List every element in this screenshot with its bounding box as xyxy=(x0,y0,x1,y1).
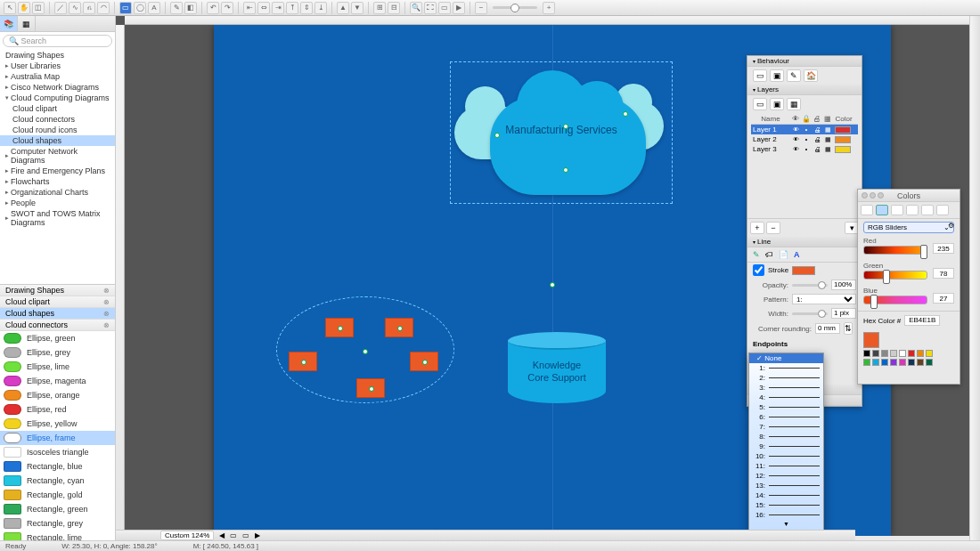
dropdown-item[interactable]: 12: xyxy=(749,471,823,481)
selection-handle[interactable] xyxy=(563,167,568,173)
shape-palette-item[interactable]: Isosceles triangle xyxy=(0,445,115,459)
shape-palette-item[interactable]: Rectangle, green xyxy=(0,502,115,516)
color-crayons-tab-icon[interactable] xyxy=(921,205,934,215)
remove-layer-button[interactable]: − xyxy=(766,222,780,234)
selection-handle[interactable] xyxy=(623,111,628,117)
layer-row[interactable]: Layer 1👁•🖨▦ xyxy=(751,125,858,134)
cloud-shape-group[interactable]: Manufacturing Services xyxy=(454,66,668,199)
close-icon[interactable]: ⊗ xyxy=(103,321,110,329)
align-bottom-icon[interactable]: ⤓ xyxy=(314,2,327,14)
ungroup-icon[interactable]: ⊟ xyxy=(388,2,400,14)
library-item[interactable]: ▸Fire and Emergency Plans xyxy=(0,166,115,176)
redo-icon[interactable]: ↷ xyxy=(221,2,233,14)
color-swatch[interactable] xyxy=(881,350,888,357)
close-icon[interactable]: ⊗ xyxy=(103,298,110,306)
behaviour-section-header[interactable]: ▾Behaviour xyxy=(747,56,862,67)
window-min-icon[interactable] xyxy=(870,192,876,199)
shape-palette-item[interactable]: Rectangle, gold xyxy=(0,488,115,502)
color-palette-tab-icon[interactable] xyxy=(891,205,903,215)
shape-palette-item[interactable]: Ellipse, lime xyxy=(0,360,115,374)
layers-section-header[interactable]: ▾Layers xyxy=(747,85,862,95)
zoom-out-icon[interactable]: − xyxy=(475,2,487,14)
tool-hand-icon[interactable]: ✋ xyxy=(18,2,30,14)
library-item[interactable]: Cloud clipart xyxy=(0,103,115,114)
zoom-display[interactable]: Custom 124% xyxy=(160,531,214,540)
process-box[interactable] xyxy=(289,352,317,371)
color-swatch[interactable] xyxy=(908,359,915,366)
dropdown-item[interactable]: 16: xyxy=(749,510,823,520)
shape-palette-item[interactable]: Ellipse, grey xyxy=(0,345,115,360)
behaviour-mode-icon[interactable]: ✎ xyxy=(787,69,801,82)
search-input[interactable]: 🔍 Search xyxy=(3,35,112,47)
library-item[interactable]: ▸User Libraries xyxy=(0,61,115,71)
library-item[interactable]: Cloud round icons xyxy=(0,125,115,135)
tool-curve-icon[interactable]: ∿ xyxy=(69,2,81,14)
tool-line-icon[interactable]: ／ xyxy=(54,2,67,14)
color-swatch[interactable] xyxy=(917,359,924,366)
dropdown-item[interactable]: 11: xyxy=(749,461,823,471)
color-swatch[interactable] xyxy=(899,359,906,366)
color-spectrum-tab-icon[interactable] xyxy=(906,205,919,215)
tool-eraser-icon[interactable]: ◧ xyxy=(184,2,197,14)
opacity-slider[interactable] xyxy=(792,284,828,287)
process-box[interactable] xyxy=(325,318,354,337)
pattern-select[interactable]: 1: xyxy=(792,294,856,304)
zoom-page-icon[interactable]: ▭ xyxy=(438,2,451,14)
opacity-value[interactable]: 100% xyxy=(831,280,856,290)
width-value[interactable]: 1 pix xyxy=(831,308,856,319)
tool-ellipse-icon[interactable]: ◯ xyxy=(134,2,146,14)
line-text-icon[interactable]: A xyxy=(794,250,800,259)
color-swatch[interactable] xyxy=(872,359,879,366)
database-cylinder[interactable]: Knowledge Core Support xyxy=(508,332,606,408)
layer-row[interactable]: Layer 3👁•🖨▦ xyxy=(751,144,858,154)
library-item[interactable]: Drawing Shapes xyxy=(0,50,115,61)
layer-view-icon[interactable]: ▦ xyxy=(787,98,801,110)
align-right-icon[interactable]: ⇥ xyxy=(272,2,284,14)
dropdown-item[interactable]: 13: xyxy=(749,481,823,490)
color-swatch[interactable] xyxy=(872,350,879,357)
color-swatch[interactable] xyxy=(881,359,888,366)
close-icon[interactable]: ⊗ xyxy=(103,287,110,295)
tool-pencil-icon[interactable]: ✎ xyxy=(170,2,183,14)
line-section-header[interactable]: ▾Line xyxy=(747,237,862,247)
color-swatch[interactable] xyxy=(917,350,924,357)
corner-stepper[interactable]: ⇅ xyxy=(844,322,853,335)
library-item[interactable]: Cloud shapes xyxy=(0,135,115,146)
endpoint-start-dropdown[interactable]: ✓ None 1:2:3:4:5:6:7:8:9:10:11:12:13:14:… xyxy=(748,352,824,531)
color-custom-tab-icon[interactable] xyxy=(936,205,949,215)
shape-palette-item[interactable]: Ellipse, yellow xyxy=(0,417,115,431)
red-value[interactable]: 235 xyxy=(933,243,954,254)
layer-row[interactable]: Layer 2👁•🖨▦ xyxy=(751,134,858,144)
cylinder-text[interactable]: Knowledge Core Support xyxy=(508,359,606,385)
shape-category-tab[interactable]: Cloud shapes⊗ xyxy=(0,308,115,320)
shape-palette-item[interactable]: Ellipse, green xyxy=(0,331,115,345)
zoom-fit-icon[interactable]: ⛶ xyxy=(424,2,437,14)
behaviour-mode-icon[interactable]: ▣ xyxy=(770,69,784,82)
shape-palette-item[interactable]: Ellipse, orange xyxy=(0,388,115,402)
selection-handle[interactable] xyxy=(363,349,368,354)
color-sliders-tab-icon[interactable] xyxy=(876,205,888,215)
colors-titlebar[interactable]: Colors xyxy=(858,190,960,202)
tool-arc-icon[interactable]: ◠ xyxy=(97,2,110,14)
dropdown-item[interactable]: 2: xyxy=(749,373,823,383)
presentation-icon[interactable]: ▶ xyxy=(453,2,465,14)
color-wheel-tab-icon[interactable] xyxy=(861,205,873,215)
page-center-handle[interactable] xyxy=(550,282,555,288)
library-item[interactable]: ▾Cloud Computing Diagrams xyxy=(0,93,115,103)
library-item[interactable]: ▸SWOT and TOWS Matrix Diagrams xyxy=(0,208,115,228)
line-tag-icon[interactable]: 🏷 xyxy=(765,250,773,259)
slider-mode-select[interactable]: RGB Sliders⌄ xyxy=(863,222,954,233)
library-tab-icon[interactable]: 📚 xyxy=(0,16,18,31)
behaviour-mode-icon[interactable]: 🏠 xyxy=(804,69,818,82)
corner-value[interactable]: 0 mm xyxy=(815,323,840,334)
library-item[interactable]: ▸Cisco Network Diagrams xyxy=(0,82,115,93)
color-swatch[interactable] xyxy=(899,350,906,357)
process-ring-group[interactable] xyxy=(276,296,454,403)
layer-view-icon[interactable]: ▭ xyxy=(753,98,767,110)
tool-text-icon[interactable]: A xyxy=(148,2,160,14)
close-icon[interactable]: ⊗ xyxy=(103,310,110,318)
dropdown-item[interactable]: 15: xyxy=(749,500,823,510)
shape-palette-item[interactable]: Rectangle, blue xyxy=(0,459,115,474)
library-item[interactable]: ▸People xyxy=(0,198,115,208)
shape-palette-item[interactable]: Ellipse, magenta xyxy=(0,374,115,388)
